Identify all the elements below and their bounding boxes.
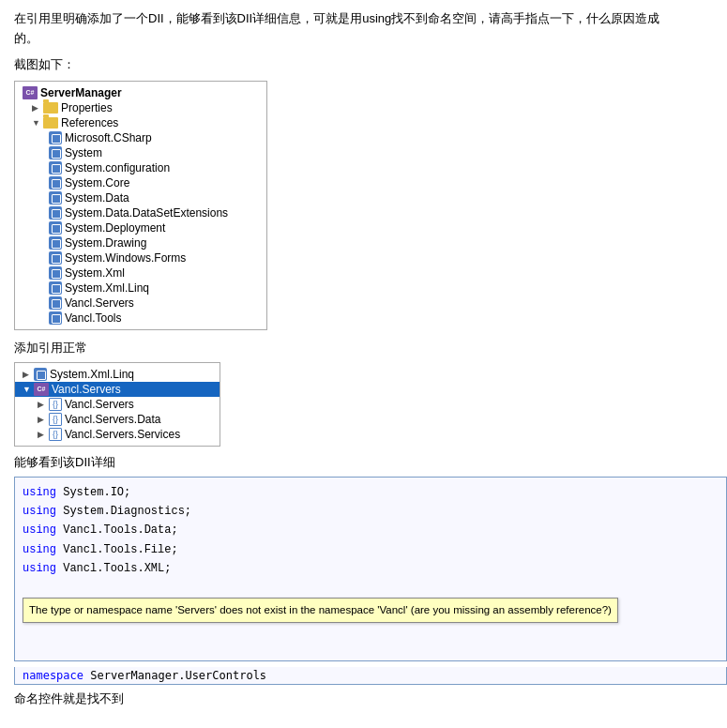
expand-arrow-down: ▼ [23, 385, 32, 394]
intro-line2: 的。 [14, 31, 38, 45]
ref-icon-system-windows-forms [49, 251, 62, 265]
ref-label: System.Xml.Linq [65, 281, 149, 295]
expand-arrow: ▶ [38, 430, 47, 439]
ref-icon-system-deployment [49, 221, 62, 235]
tree-ref-system-deployment[interactable]: System.Deployment [15, 220, 266, 235]
ref-label: System.Deployment [65, 221, 165, 235]
tree-ref-vancl-tools[interactable]: Vancl.Tools [15, 311, 266, 326]
code-line-6: using Vancl.Servers; The type or namespa… [23, 579, 719, 656]
code-line-1: using System.IO; [23, 483, 719, 502]
tree-references[interactable]: ▼ References [15, 115, 266, 130]
intro-line1: 在引用里明确添加了一个DII，能够看到该DII详细信息，可就是用using找不到… [14, 11, 659, 25]
ref-label: System.Data.DataSetExtensions [65, 206, 228, 220]
expand-arrow: ▶ [38, 400, 47, 409]
tree2-ns-label: Vancl.Servers [65, 398, 134, 411]
ref-icon-system-drawing [49, 236, 62, 250]
tree-ref-system-windows-forms[interactable]: System.Windows.Forms [15, 250, 266, 265]
tree2-vancl-servers-services[interactable]: ▶ {} Vancl.Servers.Services [15, 427, 220, 442]
ref-label: Microsoft.CSharp [65, 131, 152, 144]
code-box: using System.IO; using System.Diagnostic… [14, 477, 727, 662]
intro-paragraph: 在引用里明确添加了一个DII，能够看到该DII详细信息，可就是用using找不到… [14, 9, 713, 49]
error-tooltip: The type or namespace name 'Servers' doe… [23, 598, 618, 624]
tree-panel-2: ▶ System.Xml.Linq ▼ C# Vancl.Servers ▶ {… [14, 362, 220, 447]
tree-ref-system-drawing[interactable]: System.Drawing [15, 235, 266, 250]
tree2-system-xml-linq[interactable]: ▶ System.Xml.Linq [15, 367, 220, 382]
tree-ref-microsoft-csharp[interactable]: Microsoft.CSharp [15, 130, 266, 145]
ref-icon-vancl-tools [49, 311, 62, 325]
bottom-label: 命名控件就是找不到 [14, 690, 713, 707]
curly-icon-3: {} [49, 428, 62, 441]
ref-label: System.Drawing [65, 236, 146, 250]
tree-ref-system-core[interactable]: System.Core [15, 175, 266, 190]
ref-icon-microsoft-csharp [49, 131, 62, 144]
ref-icon-system-xml-linq [49, 281, 62, 295]
tree-ref-system-data[interactable]: System.Data [15, 190, 266, 205]
ref-label: Vancl.Servers [65, 296, 134, 310]
tree-ref-vancl-servers[interactable]: Vancl.Servers [15, 296, 266, 311]
properties-label: Properties [61, 101, 113, 114]
ref-label: Vancl.Tools [65, 311, 121, 325]
code-line-2: using System.Diagnostics; [23, 502, 719, 521]
tree2-vancl-servers-ns[interactable]: ▶ {} Vancl.Servers [15, 397, 220, 412]
screenshot-label: 截图如下： [14, 56, 713, 73]
tree2-vancl-label: Vancl.Servers [52, 383, 121, 396]
ref-label: System.Xml [65, 266, 125, 280]
ref-icon-system-configuration [49, 161, 62, 174]
expand-arrow: ▶ [38, 415, 47, 424]
section1-label: 添加引用正常 [14, 340, 713, 356]
ref-label: System.Core [65, 176, 129, 190]
folder-icon-references [43, 117, 58, 129]
ref-icon-system-data [49, 191, 62, 205]
namespace-line: namespace ServerManager.UserControls [14, 667, 727, 685]
code-line-4: using Vancl.Tools.File; [23, 540, 719, 559]
code-line-5: using Vancl.Tools.XML; [23, 559, 719, 578]
curly-icon-1: {} [49, 398, 62, 411]
ref-icon-system [49, 146, 62, 159]
curly-icon-2: {} [49, 413, 62, 426]
tree-root[interactable]: C# ServerManager [15, 85, 266, 100]
ref-icon-system-core [49, 176, 62, 190]
ref-label: System.configuration [65, 161, 170, 174]
expand-arrow-properties: ▶ [32, 103, 41, 113]
expand-arrow: ▶ [23, 370, 32, 379]
csharp-icon-vancl: C# [34, 383, 49, 396]
tree2-data-label: Vancl.Servers.Data [65, 413, 161, 426]
section2-label: 能够看到该DII详细 [14, 454, 713, 471]
references-label: References [61, 116, 118, 129]
tree2-label: System.Xml.Linq [50, 368, 134, 381]
ref-icon-vancl-servers [49, 296, 62, 310]
main-content: 在引用里明确添加了一个DII，能够看到该DII详细信息，可就是用using找不到… [0, 0, 727, 717]
tree-properties[interactable]: ▶ Properties [15, 100, 266, 115]
csharp-root-icon: C# [23, 86, 38, 99]
expand-arrow-references: ▼ [32, 118, 41, 128]
ref-icon-system-xml [49, 266, 62, 280]
tree-ref-system-configuration[interactable]: System.configuration [15, 160, 266, 175]
ref-label: System.Windows.Forms [65, 251, 186, 265]
tree-ref-system-xml[interactable]: System.Xml [15, 265, 266, 281]
tree-ref-system-xml-linq[interactable]: System.Xml.Linq [15, 281, 266, 296]
ref-label: System [65, 146, 102, 159]
ref-label: System.Data [65, 191, 129, 205]
tree2-vancl-servers-data[interactable]: ▶ {} Vancl.Servers.Data [15, 412, 220, 427]
ref-icon-xml-linq [34, 368, 47, 381]
tree-panel-1: C# ServerManager ▶ Properties ▼ Referenc… [14, 81, 267, 330]
ref-icon-system-data-dataset [49, 206, 62, 220]
tree-ref-system[interactable]: System [15, 145, 266, 160]
tree-ref-system-data-dataset[interactable]: System.Data.DataSetExtensions [15, 205, 266, 220]
root-label: ServerManager [40, 86, 122, 99]
code-line-3: using Vancl.Tools.Data; [23, 521, 719, 539]
tree2-services-label: Vancl.Servers.Services [65, 428, 180, 441]
folder-icon-properties [43, 102, 58, 114]
tree2-vancl-servers[interactable]: ▼ C# Vancl.Servers [15, 382, 220, 397]
